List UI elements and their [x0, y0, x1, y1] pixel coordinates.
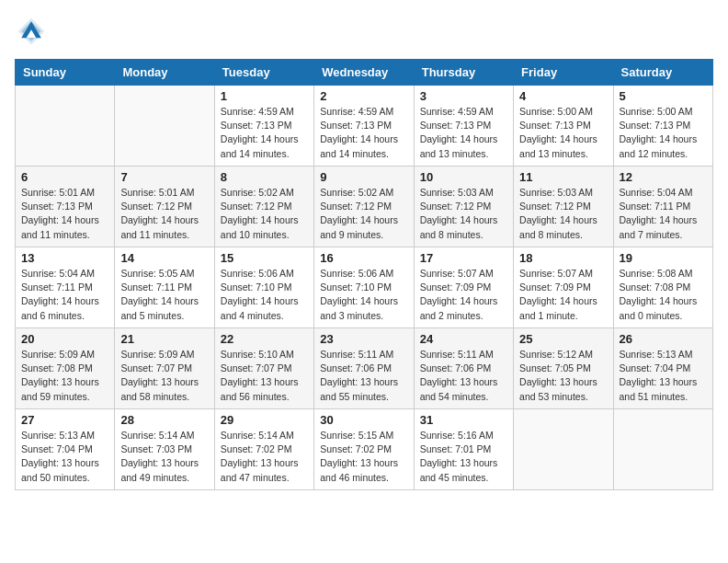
day-info: Sunrise: 5:06 AM Sunset: 7:10 PM Dayligh… — [320, 267, 407, 323]
calendar-cell: 15Sunrise: 5:06 AM Sunset: 7:10 PM Dayli… — [214, 247, 313, 328]
calendar-cell: 31Sunrise: 5:16 AM Sunset: 7:01 PM Dayli… — [414, 409, 513, 490]
calendar-cell: 20Sunrise: 5:09 AM Sunset: 7:08 PM Dayli… — [16, 328, 115, 409]
calendar-cell: 16Sunrise: 5:06 AM Sunset: 7:10 PM Dayli… — [314, 247, 414, 328]
day-info: Sunrise: 5:01 AM Sunset: 7:13 PM Dayligh… — [21, 186, 108, 242]
calendar-header-row: SundayMondayTuesdayWednesdayThursdayFrid… — [16, 60, 713, 86]
calendar-cell: 8Sunrise: 5:02 AM Sunset: 7:12 PM Daylig… — [214, 167, 313, 247]
calendar-week-row: 27Sunrise: 5:13 AM Sunset: 7:04 PM Dayli… — [16, 409, 713, 490]
calendar-cell: 14Sunrise: 5:05 AM Sunset: 7:11 PM Dayli… — [115, 247, 214, 328]
day-number: 31 — [420, 413, 507, 427]
day-number: 19 — [620, 251, 707, 265]
calendar-cell: 11Sunrise: 5:03 AM Sunset: 7:12 PM Dayli… — [514, 167, 613, 247]
day-info: Sunrise: 5:09 AM Sunset: 7:07 PM Dayligh… — [120, 348, 208, 404]
day-info: Sunrise: 4:59 AM Sunset: 7:13 PM Dayligh… — [320, 105, 407, 161]
calendar-cell: 24Sunrise: 5:11 AM Sunset: 7:06 PM Dayli… — [414, 328, 513, 409]
day-number: 2 — [320, 89, 407, 103]
weekday-header-monday: Monday — [115, 60, 214, 86]
day-info: Sunrise: 5:07 AM Sunset: 7:09 PM Dayligh… — [420, 267, 507, 323]
day-number: 16 — [320, 251, 407, 265]
calendar-cell: 19Sunrise: 5:08 AM Sunset: 7:08 PM Dayli… — [613, 247, 712, 328]
calendar-cell: 27Sunrise: 5:13 AM Sunset: 7:04 PM Dayli… — [16, 409, 115, 490]
day-info: Sunrise: 5:04 AM Sunset: 7:11 PM Dayligh… — [620, 186, 707, 242]
calendar-cell — [613, 409, 712, 490]
calendar-cell: 2Sunrise: 4:59 AM Sunset: 7:13 PM Daylig… — [314, 86, 414, 167]
day-info: Sunrise: 5:07 AM Sunset: 7:09 PM Dayligh… — [519, 267, 607, 323]
calendar-week-row: 6Sunrise: 5:01 AM Sunset: 7:13 PM Daylig… — [16, 167, 713, 247]
day-number: 11 — [519, 170, 607, 184]
weekday-header-wednesday: Wednesday — [314, 60, 414, 86]
calendar-cell: 22Sunrise: 5:10 AM Sunset: 7:07 PM Dayli… — [214, 328, 313, 409]
day-info: Sunrise: 5:03 AM Sunset: 7:12 PM Dayligh… — [420, 186, 507, 242]
day-number: 18 — [519, 251, 607, 265]
day-number: 21 — [120, 332, 208, 346]
day-info: Sunrise: 5:06 AM Sunset: 7:10 PM Dayligh… — [221, 267, 308, 323]
day-info: Sunrise: 5:00 AM Sunset: 7:13 PM Dayligh… — [620, 105, 707, 161]
calendar-table: SundayMondayTuesdayWednesdayThursdayFrid… — [15, 59, 713, 490]
day-number: 4 — [519, 89, 607, 103]
calendar-cell: 29Sunrise: 5:14 AM Sunset: 7:02 PM Dayli… — [214, 409, 313, 490]
day-info: Sunrise: 5:14 AM Sunset: 7:02 PM Dayligh… — [221, 429, 308, 485]
day-info: Sunrise: 5:05 AM Sunset: 7:11 PM Dayligh… — [120, 267, 208, 323]
calendar-cell: 10Sunrise: 5:03 AM Sunset: 7:12 PM Dayli… — [414, 167, 513, 247]
calendar-cell: 17Sunrise: 5:07 AM Sunset: 7:09 PM Dayli… — [414, 247, 513, 328]
calendar-week-row: 13Sunrise: 5:04 AM Sunset: 7:11 PM Dayli… — [16, 247, 713, 328]
day-number: 24 — [420, 332, 507, 346]
calendar-cell: 7Sunrise: 5:01 AM Sunset: 7:12 PM Daylig… — [115, 167, 214, 247]
day-info: Sunrise: 5:09 AM Sunset: 7:08 PM Dayligh… — [21, 348, 108, 404]
calendar-cell: 25Sunrise: 5:12 AM Sunset: 7:05 PM Dayli… — [514, 328, 613, 409]
day-info: Sunrise: 4:59 AM Sunset: 7:13 PM Dayligh… — [221, 105, 308, 161]
calendar-cell: 30Sunrise: 5:15 AM Sunset: 7:02 PM Dayli… — [314, 409, 414, 490]
calendar-cell — [115, 86, 214, 167]
weekday-header-thursday: Thursday — [414, 60, 513, 86]
day-info: Sunrise: 5:16 AM Sunset: 7:01 PM Dayligh… — [420, 429, 507, 485]
day-number: 10 — [420, 170, 507, 184]
calendar-cell — [514, 409, 613, 490]
logo-icon — [15, 15, 48, 48]
calendar-cell: 18Sunrise: 5:07 AM Sunset: 7:09 PM Dayli… — [514, 247, 613, 328]
day-info: Sunrise: 5:13 AM Sunset: 7:04 PM Dayligh… — [21, 429, 108, 485]
day-number: 6 — [21, 170, 108, 184]
day-info: Sunrise: 5:10 AM Sunset: 7:07 PM Dayligh… — [221, 348, 308, 404]
calendar-cell: 6Sunrise: 5:01 AM Sunset: 7:13 PM Daylig… — [16, 167, 115, 247]
day-number: 15 — [221, 251, 308, 265]
day-number: 3 — [420, 89, 507, 103]
day-number: 23 — [320, 332, 407, 346]
day-info: Sunrise: 5:14 AM Sunset: 7:03 PM Dayligh… — [120, 429, 208, 485]
day-number: 13 — [21, 251, 108, 265]
day-number: 30 — [320, 413, 407, 427]
calendar-cell: 12Sunrise: 5:04 AM Sunset: 7:11 PM Dayli… — [613, 167, 712, 247]
day-info: Sunrise: 4:59 AM Sunset: 7:13 PM Dayligh… — [420, 105, 507, 161]
calendar-cell: 3Sunrise: 4:59 AM Sunset: 7:13 PM Daylig… — [414, 86, 513, 167]
weekday-header-tuesday: Tuesday — [214, 60, 313, 86]
calendar-cell — [16, 86, 115, 167]
weekday-header-friday: Friday — [514, 60, 613, 86]
day-number: 25 — [519, 332, 607, 346]
day-number: 29 — [221, 413, 308, 427]
calendar-cell: 13Sunrise: 5:04 AM Sunset: 7:11 PM Dayli… — [16, 247, 115, 328]
logo — [15, 15, 50, 48]
day-info: Sunrise: 5:02 AM Sunset: 7:12 PM Dayligh… — [221, 186, 308, 242]
weekday-header-sunday: Sunday — [16, 60, 115, 86]
day-info: Sunrise: 5:08 AM Sunset: 7:08 PM Dayligh… — [620, 267, 707, 323]
calendar-cell: 28Sunrise: 5:14 AM Sunset: 7:03 PM Dayli… — [115, 409, 214, 490]
day-number: 9 — [320, 170, 407, 184]
day-number: 12 — [620, 170, 707, 184]
calendar-cell: 4Sunrise: 5:00 AM Sunset: 7:13 PM Daylig… — [514, 86, 613, 167]
day-info: Sunrise: 5:02 AM Sunset: 7:12 PM Dayligh… — [320, 186, 407, 242]
day-info: Sunrise: 5:11 AM Sunset: 7:06 PM Dayligh… — [420, 348, 507, 404]
day-info: Sunrise: 5:12 AM Sunset: 7:05 PM Dayligh… — [519, 348, 607, 404]
day-number: 22 — [221, 332, 308, 346]
calendar-cell: 23Sunrise: 5:11 AM Sunset: 7:06 PM Dayli… — [314, 328, 414, 409]
calendar-cell: 1Sunrise: 4:59 AM Sunset: 7:13 PM Daylig… — [214, 86, 313, 167]
day-info: Sunrise: 5:03 AM Sunset: 7:12 PM Dayligh… — [519, 186, 607, 242]
day-number: 28 — [120, 413, 208, 427]
day-info: Sunrise: 5:04 AM Sunset: 7:11 PM Dayligh… — [21, 267, 108, 323]
day-info: Sunrise: 5:00 AM Sunset: 7:13 PM Dayligh… — [519, 105, 607, 161]
calendar-cell: 5Sunrise: 5:00 AM Sunset: 7:13 PM Daylig… — [613, 86, 712, 167]
day-number: 14 — [120, 251, 208, 265]
day-number: 26 — [620, 332, 707, 346]
day-number: 17 — [420, 251, 507, 265]
calendar-week-row: 1Sunrise: 4:59 AM Sunset: 7:13 PM Daylig… — [16, 86, 713, 167]
day-info: Sunrise: 5:15 AM Sunset: 7:02 PM Dayligh… — [320, 429, 407, 485]
day-number: 27 — [21, 413, 108, 427]
